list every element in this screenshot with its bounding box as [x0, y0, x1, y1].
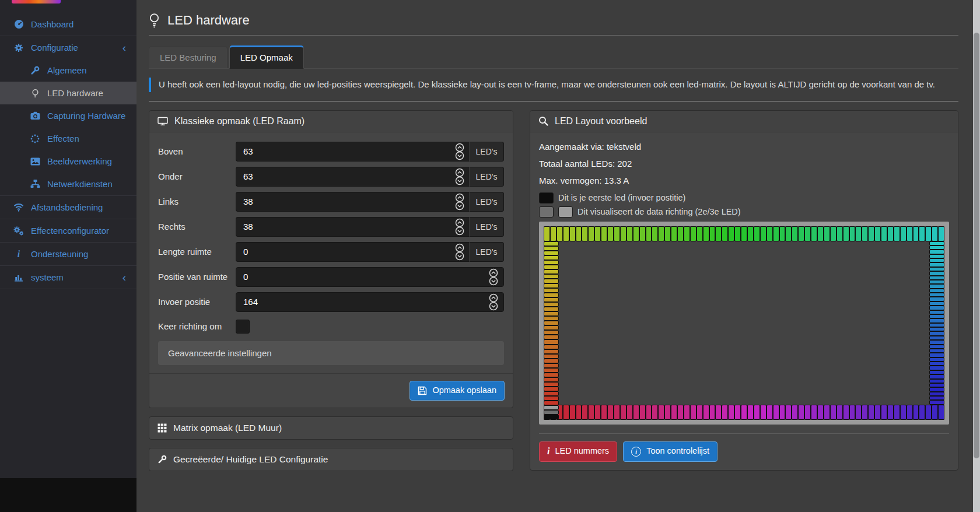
sidebar-separator [0, 289, 136, 289]
monitor-icon [158, 117, 168, 126]
led-strip-right [929, 241, 944, 405]
sidebar-item-label: Netwerkdiensten [47, 179, 113, 189]
number-spinner[interactable] [454, 168, 466, 185]
number-spinner[interactable] [488, 268, 499, 286]
camera-icon [29, 111, 41, 120]
reverse-direction-checkbox[interactable] [236, 320, 250, 334]
led-numbers-button[interactable]: i LED nummers [539, 441, 617, 462]
sidebar-item-label: Ondersteuning [31, 249, 88, 259]
field-label: Boven [158, 146, 236, 156]
tab-led-opmaak[interactable]: LED Opmaak [229, 45, 304, 69]
lightbulb-icon [29, 89, 41, 98]
spinner-dots-icon [29, 134, 41, 143]
chart-icon [12, 273, 25, 282]
max-power-text: Max. vermogen: 13.3 A [539, 176, 949, 185]
classic-panel-header: Klassieke opmaak (LED Raam) [149, 111, 513, 132]
led-strip-left [544, 241, 559, 420]
wrench-icon [158, 455, 167, 464]
form-row-rechts: Rechts LED's [158, 217, 504, 237]
sidebar-item-label: systeem [31, 272, 64, 282]
preview-panel-title: LED Layout voorbeeld [555, 116, 647, 127]
page-title: LED hardware [167, 13, 250, 28]
main-content: LED hardware LED Besturing LED Opmaak U … [136, 0, 973, 512]
sidebar-item-capturing-hardware[interactable]: Capturing Hardware [0, 104, 136, 127]
sidebar-footer-area [0, 478, 136, 512]
sidebar-item-label: Algemeen [47, 65, 87, 75]
number-spinner[interactable] [454, 193, 466, 211]
sidebar-item-netwerkdiensten[interactable]: Netwerkdiensten [0, 173, 136, 195]
page-scrollbar[interactable] [973, 0, 980, 512]
boven-input[interactable] [236, 142, 469, 162]
info-icon: i [12, 250, 25, 259]
wifi-icon [12, 203, 25, 212]
magnifier-icon [538, 116, 548, 126]
tab-led-besturing[interactable]: LED Besturing [149, 46, 228, 68]
number-spinner[interactable] [454, 143, 466, 160]
wrench-icon [29, 66, 41, 75]
form-row-lengte-ruimte: Lengte ruimte LED's [158, 242, 504, 262]
sidebar-item-led-hardware[interactable]: LED hardware [0, 82, 136, 104]
preview-panel-header: LED Layout voorbeeld [530, 111, 958, 132]
form-row-onder: Onder LED's [158, 167, 504, 187]
legend-data-direction: Dit visualiseert de data richting (2e/3e… [539, 206, 949, 218]
sidebar-item-algemeen[interactable]: Algemeen [0, 59, 136, 82]
show-checklist-button[interactable]: i Toon controlelijst [623, 441, 718, 462]
form-row-links: Links LED's [158, 192, 504, 212]
sidebar-item-afstandsbediening[interactable]: Afstandsbediening [0, 196, 136, 219]
third-led-swatch [558, 206, 573, 218]
sidebar-item-effectenconfigurator[interactable]: Effectenconfigurator [0, 219, 136, 242]
field-label: Keer richting om [158, 321, 236, 331]
first-led-swatch [539, 192, 554, 204]
floppy-icon [418, 386, 427, 395]
tab-bar: LED Besturing LED Opmaak [149, 45, 958, 69]
matrix-panel-title: Matrix opmaak (LED Muur) [173, 423, 282, 433]
leds-addon-label: LED's [469, 142, 504, 162]
sidebar-item-configuratie[interactable]: Configuratie ‹ [0, 36, 136, 59]
total-leds-text: Totaal aantal LEDs: 202 [539, 159, 949, 169]
sidebar-item-beeldverwerking[interactable]: Beeldverwerking [0, 150, 136, 173]
leds-addon-label: LED's [469, 217, 504, 237]
invoer-positie-input[interactable] [236, 292, 504, 312]
matrix-layout-panel-header[interactable]: Matrix opmaak (LED Muur) [149, 416, 513, 440]
info-circle-icon: i [631, 447, 641, 457]
led-strip-top [544, 226, 944, 241]
sidebar-item-label: Configuratie [31, 43, 78, 52]
save-layout-button[interactable]: Opmaak opslaan [410, 381, 505, 401]
lengte-ruimte-input[interactable] [236, 242, 469, 262]
classic-panel-footer: Opmaak opslaan [149, 373, 513, 408]
positie-van-ruimte-input[interactable] [236, 267, 504, 287]
field-label: Links [158, 197, 236, 206]
sidebar-item-label: Effecten [47, 134, 79, 143]
onder-input[interactable] [236, 167, 469, 187]
led-numbers-label: LED nummers [555, 447, 609, 456]
chevron-left-icon: ‹ [123, 42, 126, 53]
classic-layout-panel: Klassieke opmaak (LED Raam) Boven LED's [149, 110, 513, 408]
scrollbar-thumb[interactable] [974, 33, 979, 458]
number-spinner[interactable] [488, 293, 499, 311]
sidebar: Dashboard Configuratie ‹ Algemeen LED ha… [0, 0, 136, 478]
sidebar-item-systeem[interactable]: systeem ‹ [0, 266, 136, 289]
grid-icon [158, 423, 167, 433]
legend-first-led-label: Dit is je eerste led (invoer postitie) [558, 193, 685, 202]
led-preview-panel: LED Layout voorbeeld Aangemaakt via: tek… [530, 110, 958, 471]
sidebar-item-effecten[interactable]: Effecten [0, 127, 136, 150]
sidebar-item-label: Beeldverwerking [47, 156, 112, 166]
legend-direction-label: Dit visualiseert de data richting (2e/3e… [578, 207, 741, 216]
sitemap-icon [29, 180, 41, 188]
form-row-boven: Boven LED's [158, 142, 504, 162]
created-via-text: Aangemaakt via: tekstveld [539, 142, 949, 152]
links-input[interactable] [236, 192, 469, 212]
sidebar-item-dashboard[interactable]: Dashboard [0, 13, 136, 36]
sidebar-item-label: Effectenconfigurator [31, 226, 109, 236]
sidebar-item-ondersteuning[interactable]: i Ondersteuning [0, 243, 136, 265]
leds-addon-label: LED's [469, 192, 504, 212]
sidebar-item-label: Capturing Hardware [47, 111, 125, 121]
number-spinner[interactable] [454, 243, 466, 261]
current-config-panel-header[interactable]: Gecreëerde/ Huidige LED Configuratie [149, 448, 513, 471]
number-spinner[interactable] [454, 218, 466, 236]
advanced-settings-toggle[interactable]: Geavanceerde instellingen [158, 341, 504, 365]
led-strip-bottom [544, 405, 944, 420]
header-divider [149, 35, 958, 36]
save-layout-label: Opmaak opslaan [432, 386, 496, 395]
rechts-input[interactable] [236, 217, 469, 237]
